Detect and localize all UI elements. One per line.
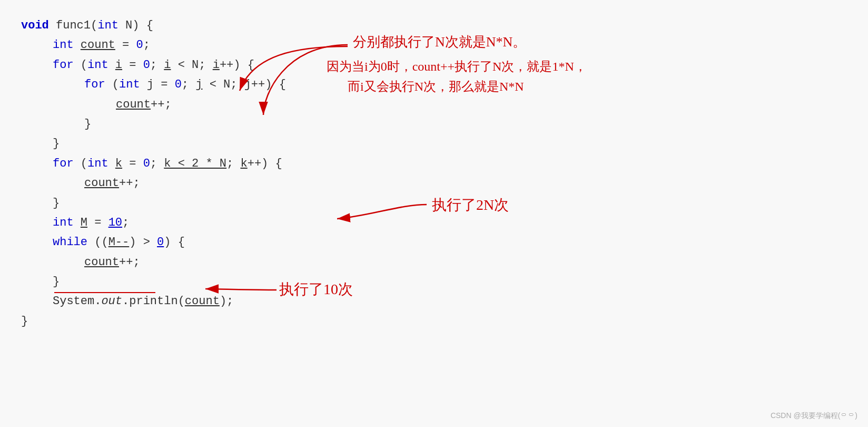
code-line-15: System.out.println(count); [21, 292, 847, 311]
semi-1: ; [143, 38, 150, 52]
annotation-10: 执行了10次 [279, 279, 353, 299]
annotation-nn-body2: 而i又会执行N次，那么就是N*N [348, 78, 524, 95]
count-pp-3: count [84, 256, 119, 269]
kw-for-2: for [84, 78, 105, 91]
code-line-13: count++; [21, 253, 847, 272]
fn-name: func1( [56, 19, 97, 32]
pp-2: ++; [119, 177, 140, 190]
annotation-nn-body1: 因为当i为0时，count++执行了N次，就是1*N， [327, 58, 587, 75]
count-pp-1: count [116, 98, 151, 111]
kw-int-3: int [53, 216, 74, 229]
while-cond: ((M--) > 0) { [94, 236, 185, 249]
annotation-2n: 执行了2N次 [432, 195, 509, 215]
for2-body: (int j = 0; j < N; j++) { [112, 78, 286, 91]
code-line-7: } [21, 134, 847, 153]
code-line-5: count++; [21, 95, 847, 114]
kw-void: void [21, 19, 49, 32]
var-m-decl: M = 10; [81, 216, 129, 229]
main-container: void func1(int N) { int count = 0; for (… [0, 0, 868, 347]
var-count-decl: count = [81, 38, 136, 52]
kw-int-1: int [97, 19, 119, 32]
kw-for-1: for [53, 59, 74, 72]
pp-3: ++; [119, 256, 140, 269]
count-pp-2: count [84, 177, 119, 190]
code-line-16: } [21, 312, 847, 331]
code-line-6: } [21, 114, 847, 134]
code-line-11: int M = 10; [21, 213, 847, 232]
out-ref: out [101, 295, 122, 308]
kw-int-2: int [53, 38, 74, 52]
code-line-12: while ((M--) > 0) { [21, 232, 847, 252]
pp-1: ++; [151, 98, 172, 111]
watermark: CSDN @我要学编程(꒪꒪) [771, 411, 857, 421]
annotation-nn-title: 分别都执行了N次就是N*N。 [353, 33, 526, 51]
param-n: N) { [119, 19, 153, 32]
code-line-9: count++; [21, 173, 847, 193]
count-arg: count [185, 295, 220, 308]
kw-for-3: for [53, 157, 74, 170]
for3-body: (int k = 0; k < 2 * N; k++) { [81, 157, 282, 170]
kw-while: while [53, 236, 87, 249]
code-line-8: for (int k = 0; k < 2 * N; k++) { [21, 154, 847, 173]
for1-body: (int i = 0; i < N; i++) { [81, 59, 254, 72]
num-0-count: 0 [136, 38, 143, 52]
code-line-14: } [21, 272, 847, 292]
